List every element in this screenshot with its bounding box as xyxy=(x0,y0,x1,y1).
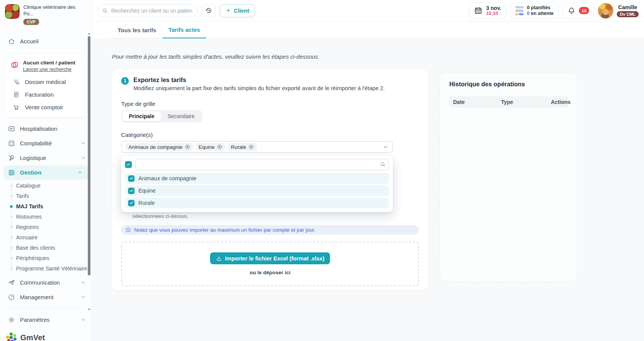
brand-name: GmVet xyxy=(20,333,45,341)
add-client-button[interactable]: Client xyxy=(220,4,255,17)
calendar-widget[interactable]: 3 nov. 15:34 xyxy=(469,3,506,19)
remove-chip-icon[interactable] xyxy=(185,144,190,150)
operations-history-panel: Historique des opérations Date Type Acti… xyxy=(440,73,578,282)
grid-type-option[interactable]: Principale xyxy=(122,111,161,121)
grid-type-option[interactable]: Secondaire xyxy=(161,111,201,121)
sidebar-item-accueil[interactable]: Accueil xyxy=(0,34,92,49)
sidebar-subitem[interactable]: Annuaire xyxy=(12,232,92,243)
context-card-item[interactable]: Vente comptoir xyxy=(5,101,87,114)
sidebar-item[interactable]: Comptabilité xyxy=(0,136,92,151)
category-option[interactable]: Equine xyxy=(125,185,389,196)
file-dropzone[interactable]: Importer le fichier Excel (format .xlsx)… xyxy=(121,242,419,286)
sidebar-nav: Accueil Aucun client / patient Lancer un… xyxy=(0,27,92,327)
sidebar-item[interactable]: Management xyxy=(0,290,92,305)
option-checkbox[interactable] xyxy=(128,175,135,182)
user-role-badge: Dv CML xyxy=(617,11,639,17)
category-chip-label: Equine xyxy=(199,144,215,150)
history-column-header: Actions xyxy=(551,99,570,105)
scrollbar-down-arrow-icon[interactable]: ▼ xyxy=(87,308,91,311)
clinic-logo xyxy=(5,4,20,19)
sidebar-bottom-items: Communication Management xyxy=(0,275,92,305)
option-checkbox[interactable] xyxy=(128,188,135,194)
sidebar-item-icon xyxy=(8,279,15,287)
context-card-header: Aucun client / patient Lancer une recher… xyxy=(5,57,87,76)
sidebar-item[interactable]: Logistique xyxy=(0,151,92,165)
grid-type-segmented: Principale Secondaire xyxy=(121,110,202,122)
category-options: Animaux de compagnie Equine Rurale xyxy=(125,173,389,208)
category-option[interactable]: Animaux de compagnie xyxy=(125,173,389,184)
sidebar-item[interactable]: Communication xyxy=(0,275,92,290)
category-chip: Animaux de compagnie xyxy=(125,143,193,151)
add-client-label: Client xyxy=(234,8,249,14)
import-excel-button[interactable]: Importer le fichier Excel (format .xlsx) xyxy=(210,252,330,264)
sidebar: Clinique vétérinaire des Po... CVP Accue… xyxy=(0,0,92,341)
chevron-down-icon xyxy=(80,317,86,323)
drop-hint: ou le déposer ici xyxy=(250,270,291,275)
sidebar-subitem-label: Programme Santé Vétérinaire xyxy=(16,265,87,272)
context-card-item[interactable]: Facturation xyxy=(5,88,87,101)
scrollbar-thumb[interactable] xyxy=(88,36,90,275)
sidebar-subitem[interactable]: MAJ Tarifs xyxy=(12,201,92,212)
note-text: Notez que vous pouvez importer au maximu… xyxy=(134,227,315,233)
sidebar-subitem[interactable]: Catalogue xyxy=(12,181,92,191)
waiting-label: en attente xyxy=(531,11,554,16)
history-button[interactable] xyxy=(201,4,216,17)
chevron-icon xyxy=(80,155,86,161)
context-item-icon xyxy=(13,104,20,111)
dropdown-search[interactable] xyxy=(135,159,389,170)
brand-footer: GmVet xyxy=(0,327,92,341)
tarifs-tabs: Tous les tarifs Tarifs actes xyxy=(92,21,644,38)
categories-select[interactable]: Animaux de compagnie Equine Rurale xyxy=(121,141,393,153)
clinic-name: Clinique vétérinaire des Po... xyxy=(23,4,87,17)
current-date: 3 nov. xyxy=(486,5,501,11)
history-column-header: Type xyxy=(501,99,551,105)
sidebar-subitem[interactable]: Périphériques xyxy=(12,253,92,264)
avatar xyxy=(598,3,613,18)
check-icon xyxy=(129,188,134,193)
search-input[interactable] xyxy=(111,8,192,14)
category-chip: Rurale xyxy=(228,143,257,151)
notifications-button[interactable]: 10 xyxy=(562,3,594,19)
chevron-icon xyxy=(80,140,86,146)
check-icon xyxy=(129,176,134,181)
tab[interactable]: Tarifs actes xyxy=(163,21,206,38)
select-all-checkbox[interactable] xyxy=(125,161,132,168)
context-card-items: Dossier médical Facturation Vente compto… xyxy=(5,76,87,114)
sidebar-item[interactable]: Gestion xyxy=(3,165,88,180)
tab[interactable]: Tous les tarifs xyxy=(112,21,163,38)
grid-type-label: Type de grille xyxy=(121,100,419,107)
history-icon xyxy=(205,7,212,14)
sidebar-subitem-label: Registres xyxy=(16,224,39,230)
sidebar-scrollbar[interactable]: ▲ ▼ xyxy=(87,0,91,341)
sidebar-item[interactable]: Hospitalisation xyxy=(0,122,92,136)
chevron-down-icon xyxy=(383,144,389,150)
tab-label: Tarifs actes xyxy=(169,26,200,33)
sidebar-item-parametres[interactable]: Paramètres xyxy=(0,313,92,327)
user-menu[interactable]: Camille Dv CML xyxy=(598,3,639,18)
scrollbar-up-arrow-icon[interactable]: ▲ xyxy=(87,32,91,35)
sidebar-main-items: Hospitalisation Comptabilité Logistique xyxy=(0,122,92,180)
category-chip: Equine xyxy=(196,143,225,151)
sidebar-subitem[interactable]: Ristournes xyxy=(12,212,92,222)
sidebar-subitem-label: Catalogue xyxy=(16,183,41,189)
sidebar-subitem[interactable]: Programme Santé Vétérinaire xyxy=(12,264,92,274)
remove-chip-icon[interactable] xyxy=(248,144,254,150)
sidebar-item-icon xyxy=(8,293,15,301)
context-item-icon xyxy=(13,91,20,98)
option-checkbox[interactable] xyxy=(128,200,135,206)
sidebar-subitem[interactable]: Base des clients xyxy=(12,243,92,253)
launch-search-link[interactable]: Lancer une recherche xyxy=(23,66,76,72)
context-card-item[interactable]: Dossier médical xyxy=(5,76,87,88)
planning-widget[interactable]: 0 planifiés 0 en attente xyxy=(510,3,559,19)
import-icon xyxy=(216,255,222,262)
sidebar-subitem[interactable]: Tarifs xyxy=(12,191,92,201)
sidebar-subitem[interactable]: Registres xyxy=(12,222,92,232)
import-button-label: Importer le fichier Excel (format .xlsx) xyxy=(225,255,324,262)
dropdown-search-input[interactable] xyxy=(135,159,389,170)
sidebar-item-label: Hospitalisation xyxy=(20,125,58,132)
remove-chip-icon[interactable] xyxy=(217,144,222,150)
tab-label: Tous les tarifs xyxy=(118,27,156,33)
global-search[interactable] xyxy=(97,4,197,17)
clinic-header[interactable]: Clinique vétérinaire des Po... CVP xyxy=(0,0,92,27)
category-option[interactable]: Rurale xyxy=(125,198,389,208)
